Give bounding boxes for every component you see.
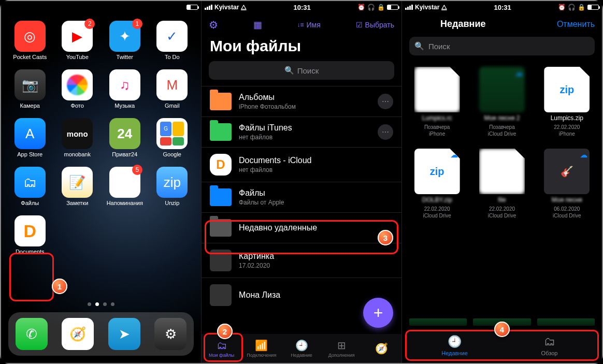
app-icon: M: [156, 69, 188, 100]
app-twitter[interactable]: ✦1Twitter: [103, 21, 147, 60]
step-marker-1: 1: [52, 279, 67, 294]
app-pocket-casts[interactable]: ◎Pocket Casts: [8, 21, 52, 60]
app-label: To Do: [165, 54, 180, 60]
step-marker-4: 4: [494, 322, 510, 337]
app-youtube[interactable]: ▶2YouTube: [56, 21, 99, 60]
app-приват24[interactable]: 24Приват24: [103, 118, 147, 157]
select-button[interactable]: ☑Выбрать: [356, 21, 394, 29]
app-label: Файлы: [21, 200, 39, 206]
sort-button[interactable]: ↓≡Имя: [297, 21, 321, 29]
app-label: Pocket Casts: [13, 54, 47, 60]
app-gmail[interactable]: MGmail: [151, 69, 194, 109]
tab-label: Недавние: [441, 350, 468, 356]
dock-app[interactable]: ✆: [16, 318, 48, 350]
picker-tab-Недавние[interactable]: 🕘Недавние: [407, 331, 502, 360]
app-label: Google: [163, 151, 181, 157]
app-app-store[interactable]: AApp Store: [8, 118, 52, 157]
picker-tab-Обзор[interactable]: 🗂Обзор: [502, 331, 597, 360]
app-to-do[interactable]: ✓To Do: [151, 21, 194, 60]
file-item[interactable]: ☁︎Моя песня 2ПозавчераiCloud Drive: [471, 63, 533, 141]
app-unzip[interactable]: zipUnzip: [151, 167, 194, 206]
file-name: file: [498, 196, 506, 203]
status-bar: Kyivstar⧋ 10:31 ⏰🎧🔒: [202, 1, 401, 11]
file-thumbnail: 🎸☁︎: [544, 149, 590, 194]
step-marker-3: 3: [378, 230, 393, 245]
tab-browser[interactable]: 🧭: [362, 334, 401, 363]
dock-app[interactable]: 🧭: [62, 318, 94, 350]
app-заметки[interactable]: 📝Заметки: [56, 167, 99, 206]
folder-icon: [210, 123, 232, 141]
app-label: YouTube: [66, 54, 89, 60]
file-thumbnail: ☁︎: [479, 67, 525, 112]
file-name: Lumpics.rc: [422, 114, 452, 122]
page-dots[interactable]: [1, 302, 201, 306]
tutorial-frame: Kyivstar⧋▷ 10:31 ⏰🎧🔒 ◎Pocket Casts▶2YouT…: [0, 0, 603, 364]
list-item[interactable]: АльбомыiPhone Фотоальбом⋯: [202, 86, 401, 117]
file-item[interactable]: Lumpics.rcПозавчераiPhone: [406, 63, 468, 141]
list-item[interactable]: Файлы iTunesнет файлов⋯: [202, 117, 401, 147]
app-icon: D: [15, 215, 46, 246]
item-subtitle: iPhone Фотоальбом: [239, 103, 370, 110]
file-meta: ПозавчераiCloud Drive: [488, 124, 516, 137]
list-item[interactable]: ФайлыФайлы от Apple: [202, 182, 401, 212]
app-label: Музыка: [114, 103, 135, 109]
file-thumbnail: [479, 149, 525, 194]
thumbnail: [210, 284, 232, 306]
dock-app[interactable]: ➤: [108, 318, 140, 350]
app-файлы[interactable]: 🗂Файлы: [8, 167, 52, 206]
folder-icon: [210, 93, 232, 110]
file-item[interactable]: zipLumpics.zip22.02.2020iPhone: [536, 63, 598, 141]
screen-home: Kyivstar⧋▷ 10:31 ⏰🎧🔒 ◎Pocket Casts▶2YouT…: [1, 1, 201, 363]
folder-icon: [210, 188, 232, 206]
app-музыка[interactable]: ♫Музыка: [103, 69, 147, 109]
app-documents[interactable]: DDocuments: [8, 215, 52, 255]
item-subtitle: 17.02.2020: [239, 262, 393, 269]
app-label: Фото: [71, 103, 84, 109]
tab-Недавние[interactable]: 🕘Недавние: [281, 334, 321, 363]
screen-documents-app: Kyivstar⧋ 10:31 ⏰🎧🔒 ⚙ ▦ ↓≡Имя ☑Выбрать М…: [201, 1, 401, 363]
app-icon: ▶2: [62, 21, 93, 52]
file-item[interactable]: file22.02.2020iCloud Drive: [471, 144, 533, 223]
battery-icon: [587, 5, 599, 10]
more-icon[interactable]: ⋯: [378, 124, 393, 140]
settings-icon[interactable]: ⚙: [209, 19, 218, 31]
list-item[interactable]: Картинка17.02.2020: [202, 243, 401, 278]
more-icon[interactable]: ⋯: [378, 94, 393, 109]
item-subtitle: Файлы от Apple: [239, 199, 393, 206]
tab-Дополнения[interactable]: ⊞Дополнения: [322, 334, 362, 363]
tab-label: Мои файлы: [209, 353, 234, 358]
cancel-button[interactable]: Отменить: [557, 20, 595, 29]
dock-app[interactable]: ⚙: [154, 318, 186, 350]
tab-icon: 🗂: [544, 335, 555, 348]
list-item[interactable]: DDocuments - iCloudнет файлов: [202, 147, 401, 182]
app-icon: ✦1: [109, 21, 140, 52]
folder-icon: D: [210, 154, 232, 176]
app-google[interactable]: GGoogle: [151, 118, 194, 157]
signal-icon: [205, 5, 212, 10]
file-item[interactable]: zip☁︎DOLBY.zip22.02.2020iCloud Drive: [406, 144, 468, 223]
app-напоминания[interactable]: ●5Напоминания: [103, 167, 147, 206]
file-item[interactable]: 🎸☁︎Моя песня06.02.2020iCloud Drive: [536, 144, 598, 223]
file-thumbnail: zip☁︎: [414, 149, 460, 194]
add-button[interactable]: +: [363, 298, 393, 328]
badge: 2: [84, 19, 95, 29]
app-monobank[interactable]: monomonobank: [56, 118, 99, 157]
app-фото[interactable]: Фото: [56, 69, 99, 109]
file-name: DOLBY.zip: [422, 196, 452, 203]
app-icon: [62, 69, 93, 100]
view-mode-icon[interactable]: ▦: [253, 19, 262, 31]
app-камера[interactable]: 📷Камера: [8, 69, 52, 109]
file-meta: 22.02.2020iCloud Drive: [423, 206, 451, 219]
app-icon: 📷: [15, 69, 46, 100]
list-item[interactable]: Недавно удаленные: [202, 212, 401, 243]
search-input[interactable]: 🔍Поиск: [209, 61, 394, 80]
tab-label: Подключения: [247, 353, 276, 358]
tab-icon: 🕘: [448, 335, 462, 348]
alarm-icon: ⏰: [357, 4, 365, 11]
carrier-label: Kyivstar: [214, 4, 239, 11]
tab-icon: 🗂: [217, 340, 227, 352]
picker-header: Недавние Отменить: [402, 11, 602, 34]
tab-Подключения[interactable]: 📶Подключения: [241, 334, 281, 363]
app-icon: ◎: [15, 21, 46, 52]
search-input[interactable]: 🔍Поиск: [409, 37, 595, 55]
